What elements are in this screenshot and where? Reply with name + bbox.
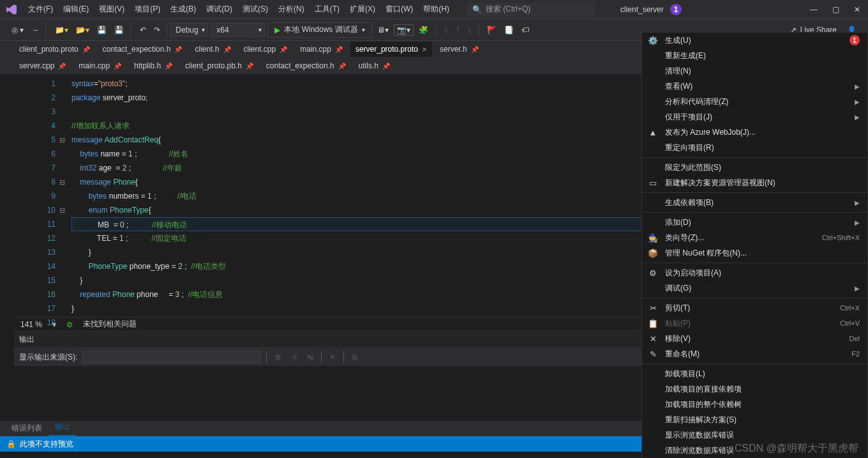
new-project-button[interactable]: 📁▾ — [52, 24, 71, 36]
context-menu-item[interactable]: ⚙️生成(U)1 — [642, 33, 867, 48]
context-menu-item[interactable]: 限定为此范围(S) — [642, 160, 867, 175]
window-controls: — ▢ ✕ — [807, 3, 863, 17]
context-menu-item[interactable]: ✎重命名(M)F2 — [642, 346, 867, 362]
menu-item[interactable]: 视图(V) — [94, 0, 130, 19]
play-icon: ▶ — [274, 26, 280, 34]
context-menu-item[interactable]: ▭新建解决方案资源管理器视图(N) — [642, 175, 867, 190]
watermark: CSDN @森明帮大于黑虎帮 — [735, 442, 858, 455]
search-icon: 🔍 — [472, 5, 482, 14]
file-tab[interactable]: contact_expection.h📌 — [98, 42, 188, 57]
file-tab[interactable]: main.cpp📌 — [295, 42, 348, 57]
file-tab[interactable]: httplib.h📌 — [129, 58, 177, 73]
titlebar: 文件(F)编辑(E)视图(V)项目(P)生成(B)调试(D)测试(S)分析(N)… — [0, 0, 868, 19]
vs-logo-icon — [5, 3, 18, 16]
context-menu-item[interactable]: 显示浏览数据库错误 — [642, 427, 867, 443]
context-menu: ⚙️生成(U)1重新生成(E)清理(N)查看(W)▶分析和代码清理(Z)▶仅用于… — [641, 32, 868, 458]
menu-item[interactable]: 测试(S) — [237, 0, 273, 19]
output-source-label: 显示输出来源(S): — [19, 352, 77, 363]
search-placeholder: 搜索 (Ctrl+Q) — [486, 4, 530, 15]
context-menu-item[interactable]: ✂剪切(T)Ctrl+X — [642, 300, 867, 316]
minimize-icon[interactable]: — — [807, 3, 820, 17]
context-menu-item[interactable]: 卸载项目(L) — [642, 366, 867, 381]
menu-item[interactable]: 文件(F) — [23, 0, 58, 19]
tb-step-2[interactable]: ⤴ — [453, 24, 462, 36]
context-menu-item[interactable]: 调试(G)▶ — [642, 280, 867, 296]
output-toggle-icon[interactable]: ↹ — [304, 351, 316, 363]
context-menu-item[interactable]: ✕移除(V)Del — [642, 331, 867, 346]
output-wrap-icon[interactable]: ≡ — [290, 351, 299, 363]
file-tab[interactable]: client_proto.proto📌 — [14, 42, 95, 57]
menu-item[interactable]: 编辑(E) — [58, 0, 94, 19]
platform-combo[interactable]: x64 — [211, 23, 265, 37]
tb-step-3[interactable]: ⤵ — [465, 24, 474, 36]
save-all-button[interactable]: 💾 — [112, 24, 126, 36]
context-menu-item: 📋粘贴(P)Ctrl+V — [642, 316, 867, 331]
output-list-icon[interactable]: ⊞ — [349, 351, 361, 363]
tb-bookmark[interactable]: 📑 — [502, 24, 516, 36]
context-menu-item[interactable]: 仅用于项目(J)▶ — [642, 109, 867, 125]
debug-label: 本地 Windows 调试器 — [284, 24, 357, 35]
debug-start-button[interactable]: ▶ 本地 Windows 调试器 ▾ — [267, 22, 371, 38]
context-menu-item[interactable]: 重新生成(E) — [642, 48, 867, 63]
main-menu-bar: 文件(F)编辑(E)视图(V)项目(P)生成(B)调试(D)测试(S)分析(N)… — [23, 0, 454, 19]
tb-tag[interactable]: 🏷 — [519, 24, 532, 36]
context-menu-item[interactable]: 🧙类向导(Z)...Ctrl+Shift+X — [642, 230, 867, 245]
tb-icon-3[interactable]: 🧩 — [416, 24, 431, 36]
menu-item[interactable]: 生成(B) — [165, 0, 201, 19]
project-title: client_server 1 — [620, 4, 682, 15]
save-button[interactable]: 💾 — [94, 24, 109, 36]
context-menu-item[interactable]: 📦管理 NuGet 程序包(N)... — [642, 245, 867, 261]
menu-item[interactable]: 扩展(X) — [345, 0, 380, 19]
file-tab[interactable]: client.h📌 — [190, 42, 236, 57]
open-button[interactable]: 📂▾ — [73, 24, 92, 36]
notification-badge[interactable]: 1 — [670, 4, 682, 15]
file-tab[interactable]: client_proto.pb.h📌 — [180, 58, 258, 73]
nav-forward-button[interactable]: → — [29, 24, 41, 36]
output-title: 输出 — [19, 334, 34, 345]
nav-back-button[interactable]: ◎ ▾ — [9, 24, 26, 36]
menu-item[interactable]: 窗口(W) — [380, 0, 418, 19]
menu-item[interactable]: 工具(T) — [310, 0, 345, 19]
line-gutter: 1⊟2⊟3⊟4⊟5⊟6⊟7⊟8⊟9⊟10⊟11⊟12⊟13⊟14⊟15⊟16⊟1… — [14, 74, 71, 317]
output-clear-icon[interactable]: 🗑 — [272, 351, 285, 363]
undo-button[interactable]: ↶ — [137, 24, 149, 36]
preview-icon: 🔒 — [6, 439, 16, 448]
context-menu-item[interactable]: 重定向项目(R) — [642, 140, 867, 155]
tb-step-1[interactable]: ⤵ — [442, 24, 451, 36]
output-source-combo[interactable] — [82, 351, 261, 363]
bottom-tab-output[interactable]: 输出 — [49, 419, 77, 436]
context-menu-item[interactable]: ⚙设为启动项目(A) — [642, 265, 867, 280]
search-box[interactable]: 🔍 搜索 (Ctrl+Q) — [467, 3, 595, 17]
menu-item[interactable]: 分析(N) — [273, 0, 310, 19]
menu-item[interactable]: 帮助(H) — [418, 0, 454, 19]
file-tab[interactable]: contact_expection.h📌 — [261, 58, 351, 73]
file-tab[interactable]: client.cpp📌 — [239, 42, 293, 57]
context-menu-item[interactable]: 查看(W)▶ — [642, 79, 867, 94]
tb-flag[interactable]: 🚩 — [484, 24, 499, 36]
file-tab[interactable]: server.cpp📌 — [14, 58, 71, 73]
file-tab[interactable]: utils.h📌 — [354, 58, 395, 73]
close-icon[interactable]: ✕ — [851, 3, 863, 17]
file-tab[interactable]: main.cpp📌 — [73, 58, 126, 73]
maximize-icon[interactable]: ▢ — [830, 3, 842, 17]
project-name: client_server — [620, 5, 664, 14]
context-menu-item[interactable]: ▲发布为 Azure WebJob(J)... — [642, 125, 867, 140]
tb-icon-2[interactable]: 📷▾ — [394, 24, 414, 36]
context-menu-item[interactable]: 重新扫描解决方案(S) — [642, 412, 867, 427]
context-menu-item[interactable]: 分析和代码清理(Z)▶ — [642, 94, 867, 109]
menu-item[interactable]: 项目(P) — [130, 0, 165, 19]
output-x-icon[interactable]: ✕ — [327, 351, 338, 363]
redo-button[interactable]: ↷ — [151, 24, 163, 36]
file-tab[interactable]: server_proto.proto✕ — [350, 42, 432, 57]
menu-item[interactable]: 调试(D) — [201, 0, 237, 19]
status-message: 此项不支持预览 — [20, 439, 73, 450]
file-tab[interactable]: server.h📌 — [435, 42, 484, 57]
context-menu-item[interactable]: 加载项目的直接依赖项 — [642, 381, 867, 397]
bottom-tab-errors[interactable]: 错误列表 — [5, 420, 49, 436]
context-menu-item[interactable]: 清理(N) — [642, 63, 867, 79]
config-combo[interactable]: Debug — [170, 23, 208, 37]
context-menu-item[interactable]: 生成依赖项(B)▶ — [642, 195, 867, 210]
context-menu-item[interactable]: 添加(D)▶ — [642, 215, 867, 230]
tb-icon-1[interactable]: 🖥▾ — [375, 24, 391, 36]
context-menu-item[interactable]: 加载项目的整个依赖树 — [642, 397, 867, 412]
